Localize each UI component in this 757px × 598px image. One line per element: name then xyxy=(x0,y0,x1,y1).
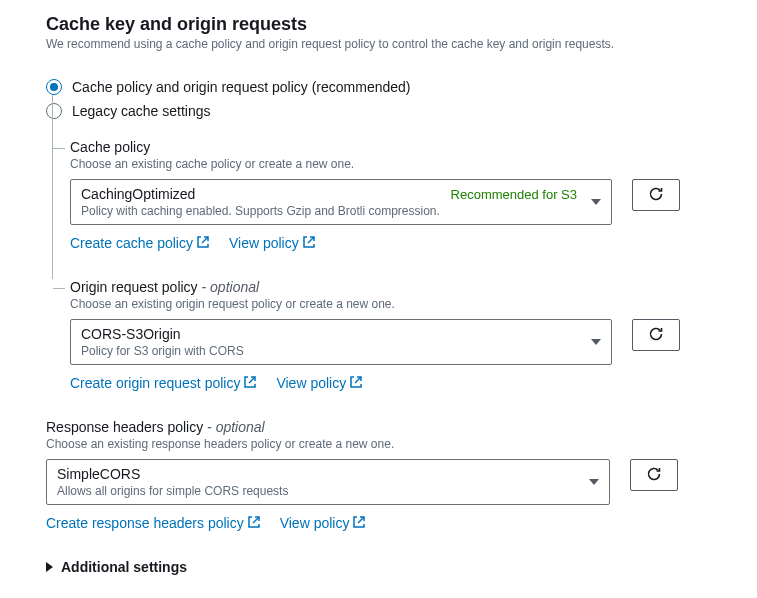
response-headers-policy-field: Response headers policy - optional Choos… xyxy=(46,419,717,531)
refresh-icon xyxy=(648,326,664,345)
radio-recommended[interactable]: Cache policy and origin request policy (… xyxy=(46,79,717,95)
origin-policy-select[interactable]: CORS-S3Origin Policy for S3 origin with … xyxy=(70,319,612,365)
caret-right-icon xyxy=(46,562,53,572)
external-link-icon xyxy=(353,515,365,531)
radio-icon xyxy=(46,103,62,119)
select-value: SimpleCORS xyxy=(57,466,140,482)
select-subtext: Allows all origins for simple CORS reque… xyxy=(57,484,579,498)
section-title: Cache key and origin requests xyxy=(46,14,717,35)
policy-mode-radio-group: Cache policy and origin request policy (… xyxy=(46,79,717,119)
external-link-icon xyxy=(244,375,256,391)
label-text: Response headers policy xyxy=(46,419,203,435)
external-link-icon xyxy=(350,375,362,391)
cache-policy-select[interactable]: CachingOptimized Recommended for S3 Poli… xyxy=(70,179,612,225)
connector-line xyxy=(53,288,65,289)
section-description: We recommend using a cache policy and or… xyxy=(46,37,717,51)
link-text: View policy xyxy=(276,375,346,391)
refresh-cache-policy-button[interactable] xyxy=(632,179,680,211)
refresh-response-policy-button[interactable] xyxy=(630,459,678,491)
optional-text: - optional xyxy=(203,419,264,435)
select-subtext: Policy for S3 origin with CORS xyxy=(81,344,581,358)
radio-icon xyxy=(46,79,62,95)
link-text: Create origin request policy xyxy=(70,375,240,391)
response-policy-select[interactable]: SimpleCORS Allows all origins for simple… xyxy=(46,459,610,505)
cache-policy-label: Cache policy xyxy=(70,139,717,155)
select-value: CachingOptimized xyxy=(81,186,195,202)
response-policy-label: Response headers policy - optional xyxy=(46,419,717,435)
view-origin-policy-link[interactable]: View policy xyxy=(276,375,362,391)
origin-policy-hint: Choose an existing origin request policy… xyxy=(70,297,717,311)
link-text: Create response headers policy xyxy=(46,515,244,531)
radio-legacy[interactable]: Legacy cache settings xyxy=(46,103,717,119)
create-response-policy-link[interactable]: Create response headers policy xyxy=(46,515,260,531)
additional-settings-toggle[interactable]: Additional settings xyxy=(46,559,717,575)
create-origin-policy-link[interactable]: Create origin request policy xyxy=(70,375,256,391)
radio-label: Legacy cache settings xyxy=(72,103,211,119)
refresh-origin-policy-button[interactable] xyxy=(632,319,680,351)
origin-policy-label: Origin request policy - optional xyxy=(70,279,717,295)
chevron-down-icon xyxy=(591,339,601,345)
refresh-icon xyxy=(646,466,662,485)
cache-policy-field: Cache policy Choose an existing cache po… xyxy=(70,139,717,251)
radio-label: Cache policy and origin request policy (… xyxy=(72,79,411,95)
link-text: View policy xyxy=(280,515,350,531)
create-cache-policy-link[interactable]: Create cache policy xyxy=(70,235,209,251)
external-link-icon xyxy=(197,235,209,251)
label-text: Origin request policy xyxy=(70,279,198,295)
optional-text: - optional xyxy=(198,279,259,295)
chevron-down-icon xyxy=(589,479,599,485)
cache-policy-hint: Choose an existing cache policy or creat… xyxy=(70,157,717,171)
external-link-icon xyxy=(303,235,315,251)
link-text: Create cache policy xyxy=(70,235,193,251)
chevron-down-icon xyxy=(591,199,601,205)
link-text: View policy xyxy=(229,235,299,251)
external-link-icon xyxy=(248,515,260,531)
view-cache-policy-link[interactable]: View policy xyxy=(229,235,315,251)
origin-request-policy-field: Origin request policy - optional Choose … xyxy=(70,279,717,391)
view-response-policy-link[interactable]: View policy xyxy=(280,515,366,531)
select-subtext: Policy with caching enabled. Supports Gz… xyxy=(81,204,581,218)
connector-line xyxy=(52,95,53,279)
connector-line xyxy=(53,148,65,149)
response-policy-hint: Choose an existing response headers poli… xyxy=(46,437,717,451)
additional-settings-label: Additional settings xyxy=(61,559,187,575)
refresh-icon xyxy=(648,186,664,205)
select-value: CORS-S3Origin xyxy=(81,326,181,342)
recommended-badge: Recommended for S3 xyxy=(451,187,577,202)
